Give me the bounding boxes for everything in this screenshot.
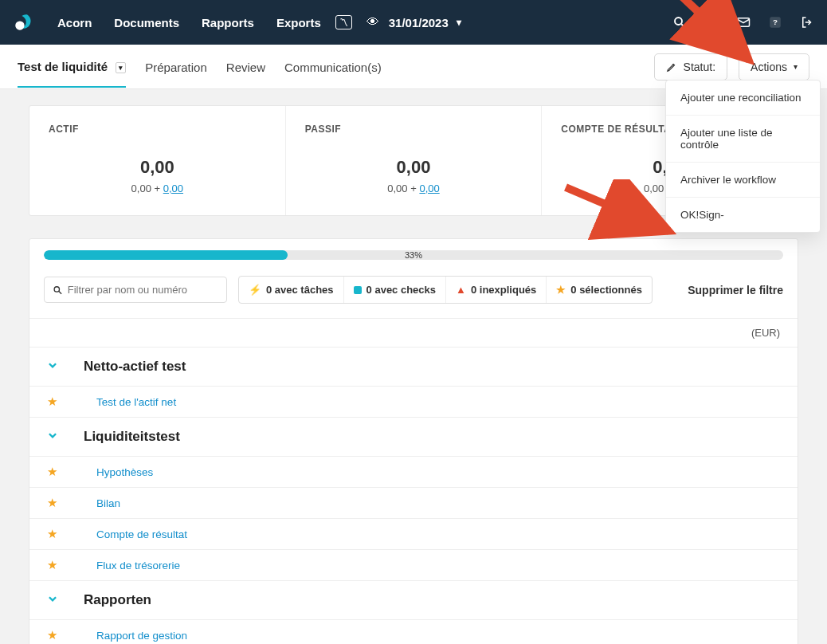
date-value: 31/01/2023 bbox=[389, 16, 449, 29]
card-value: 0,00 bbox=[49, 157, 266, 178]
clear-filter-link[interactable]: Supprimer le filtre bbox=[688, 284, 783, 296]
filter-chips: ⚡0 avec tâches 0 avec checks ▲0 inexpliq… bbox=[238, 276, 653, 304]
nav-exports[interactable]: Exports bbox=[276, 16, 321, 29]
pencil-icon bbox=[666, 61, 677, 73]
action-archive-workflow[interactable]: Archiver le workflow bbox=[666, 163, 820, 198]
tab-label: Test de liquidité bbox=[18, 60, 108, 73]
group-title: Liquiditeitstest bbox=[84, 429, 180, 445]
caret-down-icon: ▾ bbox=[794, 62, 798, 71]
card-passif: PASSIF 0,00 0,00 + 0,00 bbox=[285, 106, 542, 215]
card-sub: 0,00 + 0,00 bbox=[305, 183, 523, 194]
top-nav: Acorn Documents Rapports Exports 〽 👁 31/… bbox=[0, 0, 827, 45]
notification-icon[interactable] bbox=[704, 15, 719, 29]
search-icon bbox=[53, 285, 63, 296]
workflow-tabs: Test de liquidité ▾ Préparation Review C… bbox=[18, 45, 382, 88]
star-icon: ★ bbox=[556, 284, 566, 296]
svg-point-1 bbox=[675, 18, 682, 25]
chevron-down-icon[interactable] bbox=[47, 430, 65, 444]
square-icon bbox=[354, 286, 362, 294]
svg-point-0 bbox=[15, 21, 24, 29]
card-link[interactable]: 0,00 bbox=[163, 183, 183, 194]
topnav-right: ? bbox=[672, 15, 814, 29]
chevron-down-icon[interactable] bbox=[47, 359, 65, 374]
item-row: ★Compte de résultat bbox=[29, 519, 798, 550]
group-title: Netto-actief test bbox=[84, 359, 186, 375]
topnav-links: Acorn Documents Rapports Exports bbox=[57, 16, 321, 29]
chevron-down-icon: ▾ bbox=[457, 17, 461, 28]
item-link[interactable]: Hypothèses bbox=[96, 466, 153, 478]
statut-button[interactable]: Statut: bbox=[654, 53, 727, 80]
tab-review[interactable]: Review bbox=[226, 46, 265, 87]
nav-rapports[interactable]: Rapports bbox=[202, 16, 254, 29]
group-row[interactable]: Netto-actief test bbox=[29, 348, 798, 387]
chip-unexplained[interactable]: ▲0 inexpliqués bbox=[445, 277, 546, 303]
main-panel: 33% ⚡0 avec tâches 0 avec checks ▲0 inex… bbox=[29, 238, 798, 644]
card-actif: ACTIF 0,00 0,00 + 0,00 bbox=[29, 106, 285, 215]
star-icon[interactable]: ★ bbox=[47, 558, 65, 572]
card-link[interactable]: 0,00 bbox=[419, 183, 439, 194]
tab-dropdown-icon[interactable]: ▾ bbox=[116, 62, 126, 73]
search-input-wrap[interactable] bbox=[44, 277, 227, 303]
chart-icon[interactable]: 〽 bbox=[335, 15, 352, 29]
group-title: Rapporten bbox=[84, 592, 151, 608]
groups-root: Netto-actief test★Test de l'actif netLiq… bbox=[29, 348, 798, 644]
group-row[interactable]: Rapporten bbox=[29, 581, 798, 620]
progress-wrap: 33% bbox=[29, 239, 798, 266]
date-selector[interactable]: 31/01/2023 ▾ bbox=[389, 16, 461, 29]
item-link[interactable]: Test de l'actif net bbox=[96, 396, 176, 408]
help-icon[interactable]: ? bbox=[768, 15, 782, 29]
item-row: ★Hypothèses bbox=[29, 457, 798, 488]
warning-icon: ▲ bbox=[456, 284, 466, 296]
item-link[interactable]: Compte de résultat bbox=[96, 528, 187, 540]
item-link[interactable]: Rapport de gestion bbox=[96, 630, 187, 642]
svg-line-8 bbox=[59, 291, 61, 293]
exit-icon[interactable] bbox=[800, 15, 814, 29]
group-row[interactable]: Liquiditeitstest bbox=[29, 418, 798, 457]
tab-preparation[interactable]: Préparation bbox=[145, 46, 207, 87]
action-add-reconciliation[interactable]: Ajouter une reconciliation bbox=[666, 80, 820, 116]
action-add-checklist[interactable]: Ajouter une liste de contrôle bbox=[666, 116, 820, 163]
topnav-icon-group: 〽 👁 bbox=[335, 15, 379, 29]
card-title: ACTIF bbox=[49, 124, 266, 135]
actions-button[interactable]: Actions ▾ bbox=[739, 53, 809, 80]
subbar-right: Statut: Actions ▾ bbox=[654, 53, 809, 80]
item-row: ★Bilan bbox=[29, 488, 798, 519]
star-icon[interactable]: ★ bbox=[47, 628, 65, 642]
table-header: (EUR) bbox=[29, 318, 798, 348]
actions-dropdown: Ajouter une reconciliation Ajouter une l… bbox=[665, 80, 821, 233]
actions-label: Actions bbox=[751, 61, 787, 73]
tab-communication[interactable]: Communication(s) bbox=[284, 46, 382, 87]
action-oksign[interactable]: OK!Sign- bbox=[666, 198, 820, 232]
svg-point-7 bbox=[54, 286, 59, 291]
progress-bar: 33% bbox=[44, 250, 783, 260]
card-title: PASSIF bbox=[305, 124, 523, 135]
star-icon[interactable]: ★ bbox=[47, 465, 65, 479]
star-icon[interactable]: ★ bbox=[47, 496, 65, 510]
eye-slash-icon[interactable]: 👁 bbox=[366, 15, 379, 29]
svg-text:?: ? bbox=[773, 18, 778, 26]
logo-icon[interactable] bbox=[13, 12, 33, 33]
item-row: ★Rapport de gestion bbox=[29, 620, 798, 644]
search-input[interactable] bbox=[68, 284, 218, 296]
tab-test-liquidite[interactable]: Test de liquidité ▾ bbox=[18, 45, 126, 88]
nav-documents[interactable]: Documents bbox=[114, 16, 179, 29]
item-link[interactable]: Flux de trésorerie bbox=[96, 560, 180, 571]
search-icon[interactable] bbox=[672, 15, 687, 29]
chip-selected[interactable]: ★0 sélectionnés bbox=[546, 277, 652, 303]
statut-label: Statut: bbox=[684, 61, 715, 73]
star-icon[interactable]: ★ bbox=[47, 395, 65, 409]
svg-rect-3 bbox=[706, 18, 717, 27]
chip-tasks[interactable]: ⚡0 avec tâches bbox=[239, 277, 343, 303]
card-value: 0,00 bbox=[305, 157, 523, 178]
toolbar-right: Supprimer le filtre bbox=[688, 284, 783, 296]
item-row: ★Flux de trésorerie bbox=[29, 550, 798, 581]
chip-checks[interactable]: 0 avec checks bbox=[343, 277, 445, 303]
filter-toolbar: ⚡0 avec tâches 0 avec checks ▲0 inexpliq… bbox=[29, 266, 798, 318]
brand-link[interactable]: Acorn bbox=[57, 16, 92, 29]
chevron-down-icon[interactable] bbox=[47, 593, 65, 607]
mail-icon[interactable] bbox=[736, 15, 751, 29]
card-sub: 0,00 + 0,00 bbox=[49, 183, 266, 194]
item-link[interactable]: Bilan bbox=[96, 497, 120, 509]
star-icon[interactable]: ★ bbox=[47, 527, 65, 541]
currency-header: (EUR) bbox=[751, 327, 780, 339]
